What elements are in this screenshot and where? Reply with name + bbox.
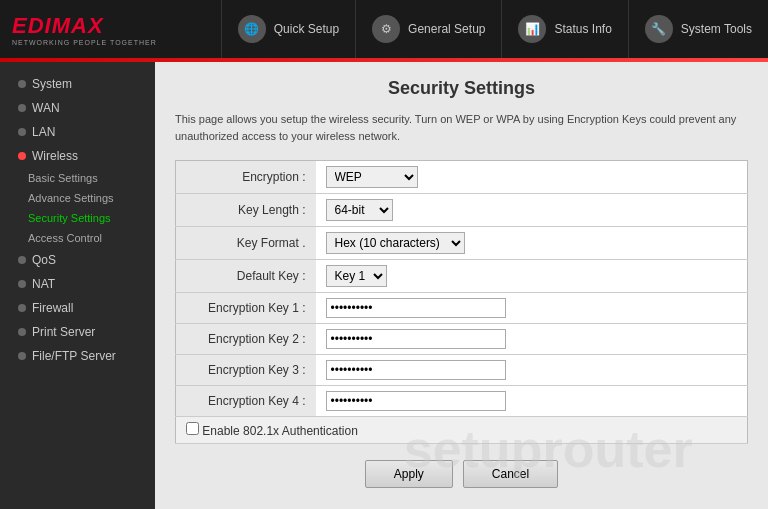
enc-key4-row: Encryption Key 4 :	[176, 386, 748, 417]
sidebar-item-basic-settings[interactable]: Basic Settings	[0, 168, 155, 188]
enc-key1-value-cell	[316, 293, 748, 324]
default-key-value-cell: Key 1 Key 2 Key 3 Key 4	[316, 260, 748, 293]
header: EDIMAX NETWORKING PEOPLE TOGETHER 🌐 Quic…	[0, 0, 768, 58]
sidebar-section-label: Basic Settings	[28, 172, 98, 184]
sidebar-item-label: NAT	[32, 277, 55, 291]
sidebar-item-label: Wireless	[32, 149, 78, 163]
sidebar-dot	[18, 80, 26, 88]
enc-key2-label: Encryption Key 2 :	[176, 324, 316, 355]
sidebar-item-print-server[interactable]: Print Server	[0, 320, 155, 344]
nav-tab-system-tools[interactable]: 🔧 System Tools	[628, 0, 768, 58]
cancel-button[interactable]: Cancel	[463, 460, 558, 488]
key-format-value-cell: Hex (10 characters) ASCII (5 characters)	[316, 227, 748, 260]
key-format-row: Key Format . Hex (10 characters) ASCII (…	[176, 227, 748, 260]
sidebar-section-label: Access Control	[28, 232, 102, 244]
sidebar-item-wan[interactable]: WAN	[0, 96, 155, 120]
enc-key4-value-cell	[316, 386, 748, 417]
default-key-select[interactable]: Key 1 Key 2 Key 3 Key 4	[326, 265, 387, 287]
key-format-label: Key Format .	[176, 227, 316, 260]
enc-key3-value-cell	[316, 355, 748, 386]
sidebar-dot	[18, 328, 26, 336]
enc-key3-input[interactable]	[326, 360, 506, 380]
sidebar-dot	[18, 280, 26, 288]
enc-key4-input[interactable]	[326, 391, 506, 411]
enc-key2-value-cell	[316, 324, 748, 355]
nav-tab-label: Status Info	[554, 22, 611, 36]
sidebar-dot	[18, 104, 26, 112]
nav-tab-label: General Setup	[408, 22, 485, 36]
sidebar-item-label: Print Server	[32, 325, 95, 339]
enable-8021x-label: Enable 802.1x Authentication	[202, 424, 357, 438]
sidebar-dot	[18, 128, 26, 136]
enc-key4-label: Encryption Key 4 :	[176, 386, 316, 417]
default-key-row: Default Key : Key 1 Key 2 Key 3 Key 4	[176, 260, 748, 293]
sidebar-item-wireless[interactable]: Wireless	[0, 144, 155, 168]
page-description: This page allows you setup the wireless …	[175, 111, 748, 144]
encryption-row: Encryption : WEP WPA-PSK WPA2-PSK Disabl…	[176, 161, 748, 194]
logo-text: EDIMAX	[12, 13, 157, 39]
nav-tab-status-info[interactable]: 📊 Status Info	[501, 0, 627, 58]
key-length-value-cell: 64-bit 128-bit	[316, 194, 748, 227]
logo-sub: NETWORKING PEOPLE TOGETHER	[12, 39, 157, 46]
nav-tab-label: Quick Setup	[274, 22, 339, 36]
sidebar-item-qos[interactable]: QoS	[0, 248, 155, 272]
sidebar-item-label: WAN	[32, 101, 60, 115]
key-length-row: Key Length : 64-bit 128-bit	[176, 194, 748, 227]
quick-setup-icon: 🌐	[238, 15, 266, 43]
default-key-label: Default Key :	[176, 260, 316, 293]
enc-key1-input[interactable]	[326, 298, 506, 318]
sidebar-item-security-settings[interactable]: Security Settings	[0, 208, 155, 228]
enc-key3-row: Encryption Key 3 :	[176, 355, 748, 386]
encryption-label: Encryption :	[176, 161, 316, 194]
general-setup-icon: ⚙	[372, 15, 400, 43]
sidebar-item-nat[interactable]: NAT	[0, 272, 155, 296]
key-length-select[interactable]: 64-bit 128-bit	[326, 199, 393, 221]
system-tools-icon: 🔧	[645, 15, 673, 43]
nav-tabs: 🌐 Quick Setup ⚙ General Setup 📊 Status I…	[221, 0, 768, 58]
sidebar-item-file-ftp-server[interactable]: File/FTP Server	[0, 344, 155, 368]
enc-key2-input[interactable]	[326, 329, 506, 349]
enc-key2-row: Encryption Key 2 :	[176, 324, 748, 355]
sidebar-item-lan[interactable]: LAN	[0, 120, 155, 144]
encryption-select[interactable]: WEP WPA-PSK WPA2-PSK Disable	[326, 166, 418, 188]
sidebar-dot	[18, 352, 26, 360]
nav-tab-label: System Tools	[681, 22, 752, 36]
main-layout: System WAN LAN Wireless Basic Settings A…	[0, 62, 768, 509]
sidebar-item-firewall[interactable]: Firewall	[0, 296, 155, 320]
sidebar-item-label: System	[32, 77, 72, 91]
sidebar-dot	[18, 256, 26, 264]
sidebar-dot	[18, 304, 26, 312]
apply-button[interactable]: Apply	[365, 460, 453, 488]
settings-form: Encryption : WEP WPA-PSK WPA2-PSK Disabl…	[175, 160, 748, 444]
sidebar-item-label: File/FTP Server	[32, 349, 116, 363]
content-inner: Security Settings This page allows you s…	[155, 62, 768, 504]
status-info-icon: 📊	[518, 15, 546, 43]
nav-tab-general-setup[interactable]: ⚙ General Setup	[355, 0, 501, 58]
enc-key3-label: Encryption Key 3 :	[176, 355, 316, 386]
sidebar-item-label: LAN	[32, 125, 55, 139]
sidebar-item-label: QoS	[32, 253, 56, 267]
key-length-label: Key Length :	[176, 194, 316, 227]
encryption-value-cell: WEP WPA-PSK WPA2-PSK Disable	[316, 161, 748, 194]
sidebar-item-system[interactable]: System	[0, 72, 155, 96]
button-row: Apply Cancel	[175, 460, 748, 488]
sidebar-section-label: Security Settings	[28, 212, 111, 224]
sidebar: System WAN LAN Wireless Basic Settings A…	[0, 62, 155, 509]
nav-tab-quick-setup[interactable]: 🌐 Quick Setup	[221, 0, 355, 58]
sidebar-section-label: Advance Settings	[28, 192, 114, 204]
logo: EDIMAX NETWORKING PEOPLE TOGETHER	[0, 5, 169, 54]
content-area: Security Settings This page allows you s…	[155, 62, 768, 509]
enable-8021x-checkbox[interactable]	[186, 422, 199, 435]
page-title: Security Settings	[175, 78, 748, 99]
sidebar-item-access-control[interactable]: Access Control	[0, 228, 155, 248]
sidebar-dot-active	[18, 152, 26, 160]
enc-key1-label: Encryption Key 1 :	[176, 293, 316, 324]
enable-8021x-row: Enable 802.1x Authentication	[176, 417, 748, 444]
sidebar-item-advance-settings[interactable]: Advance Settings	[0, 188, 155, 208]
enable-8021x-cell: Enable 802.1x Authentication	[176, 417, 748, 444]
enc-key1-row: Encryption Key 1 :	[176, 293, 748, 324]
sidebar-item-label: Firewall	[32, 301, 73, 315]
key-format-select[interactable]: Hex (10 characters) ASCII (5 characters)	[326, 232, 465, 254]
